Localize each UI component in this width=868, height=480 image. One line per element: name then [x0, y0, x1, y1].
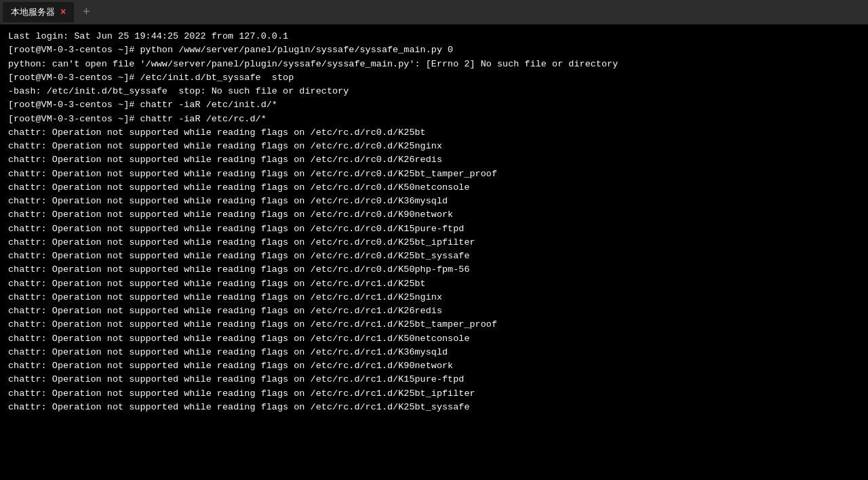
- tab-local-server[interactable]: 本地服务器 ×: [3, 2, 74, 22]
- terminal-line: [root@VM-0-3-centos ~]# chattr -iaR /etc…: [8, 98, 860, 112]
- terminal-line: chattr: Operation not supported while re…: [8, 346, 860, 359]
- terminal-line: chattr: Operation not supported while re…: [8, 249, 860, 263]
- terminal[interactable]: Last login: Sat Jun 25 19:44:25 2022 fro…: [0, 24, 868, 480]
- terminal-line: Last login: Sat Jun 25 19:44:25 2022 fro…: [8, 30, 860, 43]
- terminal-line: chattr: Operation not supported while re…: [8, 167, 860, 181]
- terminal-line: [root@VM-0-3-centos ~]# /etc/init.d/bt_s…: [8, 71, 860, 85]
- terminal-line: [root@VM-0-3-centos ~]# python /www/serv…: [8, 43, 860, 57]
- terminal-line: [root@VM-0-3-centos ~]# chattr -iaR /etc…: [8, 113, 860, 126]
- terminal-line: chattr: Operation not supported while re…: [8, 373, 860, 386]
- terminal-line: chattr: Operation not supported while re…: [8, 318, 860, 332]
- terminal-line: chattr: Operation not supported while re…: [8, 387, 860, 401]
- plus-icon: +: [83, 5, 90, 19]
- terminal-line: -bash: /etc/init.d/bt_syssafe stop: No s…: [8, 85, 860, 98]
- terminal-line: chattr: Operation not supported while re…: [8, 263, 860, 277]
- terminal-line: chattr: Operation not supported while re…: [8, 277, 860, 291]
- terminal-line: python: can't open file '/www/server/pan…: [8, 58, 860, 71]
- terminal-line: chattr: Operation not supported while re…: [8, 195, 860, 208]
- terminal-line: chattr: Operation not supported while re…: [8, 222, 860, 236]
- tab-close-icon[interactable]: ×: [60, 7, 66, 17]
- terminal-line: chattr: Operation not supported while re…: [8, 236, 860, 249]
- terminal-line: chattr: Operation not supported while re…: [8, 126, 860, 140]
- tab-label: 本地服务器: [11, 6, 55, 18]
- tab-bar: 本地服务器 × +: [0, 0, 868, 24]
- terminal-line: chattr: Operation not supported while re…: [8, 304, 860, 318]
- terminal-line: chattr: Operation not supported while re…: [8, 140, 860, 153]
- terminal-line: chattr: Operation not supported while re…: [8, 291, 860, 304]
- terminal-line: chattr: Operation not supported while re…: [8, 332, 860, 346]
- terminal-line: chattr: Operation not supported while re…: [8, 181, 860, 195]
- terminal-line: chattr: Operation not supported while re…: [8, 208, 860, 222]
- terminal-line: chattr: Operation not supported while re…: [8, 359, 860, 373]
- terminal-line: chattr: Operation not supported while re…: [8, 401, 860, 414]
- terminal-line: chattr: Operation not supported while re…: [8, 153, 860, 167]
- tab-add-button[interactable]: +: [77, 3, 96, 22]
